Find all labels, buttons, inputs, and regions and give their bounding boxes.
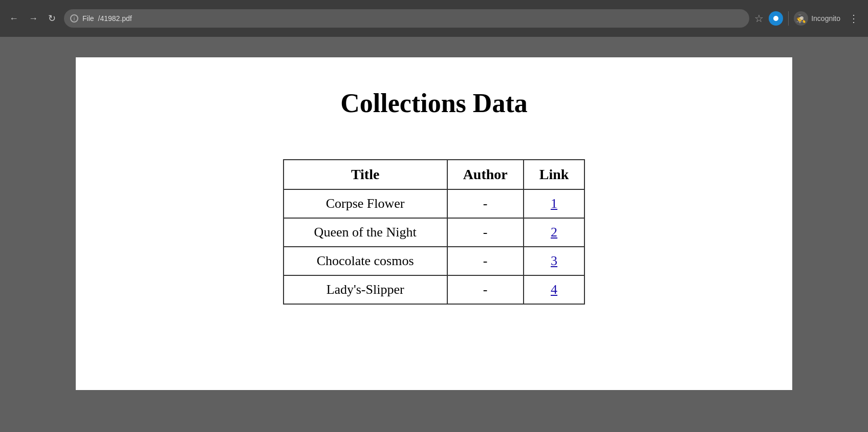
incognito-dot xyxy=(773,16,778,21)
table-cell-title: Lady's-Slipper xyxy=(284,275,447,304)
col-header-link: Link xyxy=(524,160,585,189)
table-row: Corpse Flower-1 xyxy=(284,189,585,218)
table-cell-link[interactable]: 3 xyxy=(524,247,585,275)
table-row: Chocolate cosmos-3 xyxy=(284,247,585,275)
forward-button[interactable]: → xyxy=(26,11,41,26)
table-cell-author: - xyxy=(447,189,524,218)
browser-menu-button[interactable]: ⋮ xyxy=(845,12,862,25)
table-cell-title: Chocolate cosmos xyxy=(284,247,447,275)
table-cell-author: - xyxy=(447,247,524,275)
incognito-label: Incognito xyxy=(811,14,840,23)
incognito-menu[interactable]: 🕵 Incognito xyxy=(794,11,840,26)
pdf-page: Collections Data Title Author Link Corps… xyxy=(76,57,792,390)
toolbar-divider xyxy=(788,11,789,26)
table-header-row: Title Author Link xyxy=(284,160,585,189)
page-title: Collections Data xyxy=(340,88,527,118)
link-2[interactable]: 2 xyxy=(551,225,557,240)
browser-body: Collections Data Title Author Link Corps… xyxy=(0,37,868,432)
reload-button[interactable]: ↻ xyxy=(45,11,59,26)
bookmark-button[interactable]: ☆ xyxy=(754,12,764,25)
security-info-icon: i xyxy=(70,14,78,23)
col-header-author: Author xyxy=(447,160,524,189)
table-cell-title: Corpse Flower xyxy=(284,189,447,218)
table-row: Lady's-Slipper-4 xyxy=(284,275,585,304)
table-cell-link[interactable]: 1 xyxy=(524,189,585,218)
table-cell-author: - xyxy=(447,275,524,304)
file-label: File xyxy=(82,14,94,23)
url-text: /41982.pdf xyxy=(98,14,132,23)
table-cell-link[interactable]: 4 xyxy=(524,275,585,304)
nav-buttons: ← → ↻ xyxy=(6,11,59,26)
toolbar-right: ☆ 🕵 Incognito ⋮ xyxy=(754,11,862,26)
link-1[interactable]: 1 xyxy=(551,196,557,211)
back-button[interactable]: ← xyxy=(6,11,21,26)
table-cell-link[interactable]: 2 xyxy=(524,218,585,247)
table-cell-author: - xyxy=(447,218,524,247)
incognito-avatar: 🕵 xyxy=(794,11,808,26)
browser-chrome: ← → ↻ i File /41982.pdf ☆ 🕵 Incognito ⋮ xyxy=(0,0,868,37)
link-4[interactable]: 4 xyxy=(551,282,557,297)
table-row: Queen of the Night-2 xyxy=(284,218,585,247)
incognito-indicator xyxy=(769,11,783,26)
link-3[interactable]: 3 xyxy=(551,253,557,268)
collections-table: Title Author Link Corpse Flower-1Queen o… xyxy=(283,159,585,305)
table-cell-title: Queen of the Night xyxy=(284,218,447,247)
col-header-title: Title xyxy=(284,160,447,189)
address-bar[interactable]: i File /41982.pdf xyxy=(64,9,749,28)
